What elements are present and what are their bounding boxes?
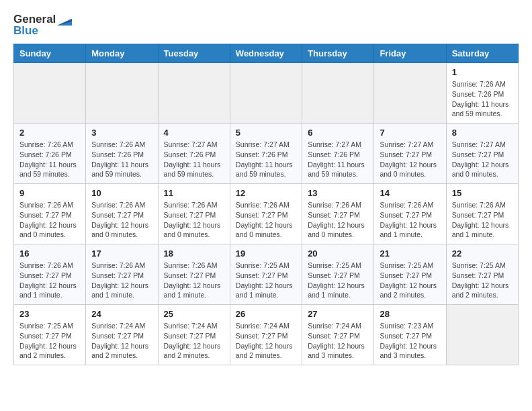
- day-info: Sunrise: 7:26 AM Sunset: 7:27 PM Dayligh…: [164, 261, 224, 300]
- day-number: 11: [164, 188, 224, 198]
- weekday-header-wednesday: Wednesday: [230, 44, 302, 63]
- calendar-cell: 10Sunrise: 7:26 AM Sunset: 7:27 PM Dayli…: [86, 184, 158, 244]
- calendar-cell: 27Sunrise: 7:24 AM Sunset: 7:27 PM Dayli…: [302, 305, 374, 365]
- day-info: Sunrise: 7:26 AM Sunset: 7:27 PM Dayligh…: [308, 200, 368, 240]
- calendar-cell: 5Sunrise: 7:27 AM Sunset: 7:26 PM Daylig…: [230, 124, 302, 184]
- calendar-cell: 16Sunrise: 7:26 AM Sunset: 7:27 PM Dayli…: [14, 244, 86, 305]
- day-number: 22: [452, 248, 513, 259]
- day-info: Sunrise: 7:26 AM Sunset: 7:27 PM Dayligh…: [91, 200, 152, 240]
- calendar-cell: 23Sunrise: 7:25 AM Sunset: 7:27 PM Dayli…: [14, 305, 86, 365]
- week-row-4: 16Sunrise: 7:26 AM Sunset: 7:27 PM Dayli…: [14, 244, 519, 305]
- day-info: Sunrise: 7:27 AM Sunset: 7:26 PM Dayligh…: [164, 140, 224, 179]
- calendar-cell: [14, 63, 86, 124]
- calendar-cell: 18Sunrise: 7:26 AM Sunset: 7:27 PM Dayli…: [158, 244, 230, 305]
- calendar-cell: 13Sunrise: 7:26 AM Sunset: 7:27 PM Dayli…: [302, 184, 374, 244]
- day-info: Sunrise: 7:25 AM Sunset: 7:27 PM Dayligh…: [380, 261, 440, 300]
- day-info: Sunrise: 7:26 AM Sunset: 7:27 PM Dayligh…: [236, 200, 296, 240]
- day-number: 14: [380, 188, 440, 198]
- calendar-cell: [302, 63, 374, 124]
- day-info: Sunrise: 7:24 AM Sunset: 7:27 PM Dayligh…: [236, 321, 296, 361]
- calendar-cell: 15Sunrise: 7:26 AM Sunset: 7:27 PM Dayli…: [446, 184, 518, 244]
- day-info: Sunrise: 7:27 AM Sunset: 7:26 PM Dayligh…: [308, 140, 368, 179]
- header: General Blue: [13, 13, 519, 37]
- day-info: Sunrise: 7:25 AM Sunset: 7:27 PM Dayligh…: [19, 321, 80, 361]
- day-number: 6: [308, 128, 368, 138]
- day-info: Sunrise: 7:26 AM Sunset: 7:27 PM Dayligh…: [380, 200, 440, 240]
- calendar-cell: 26Sunrise: 7:24 AM Sunset: 7:27 PM Dayli…: [230, 305, 302, 365]
- day-number: 12: [236, 188, 296, 198]
- day-info: Sunrise: 7:26 AM Sunset: 7:26 PM Dayligh…: [19, 140, 80, 179]
- day-number: 9: [19, 188, 80, 198]
- day-info: Sunrise: 7:27 AM Sunset: 7:27 PM Dayligh…: [380, 140, 440, 179]
- day-number: 1: [452, 67, 513, 77]
- calendar-cell: 17Sunrise: 7:26 AM Sunset: 7:27 PM Dayli…: [86, 244, 158, 305]
- day-info: Sunrise: 7:25 AM Sunset: 7:27 PM Dayligh…: [308, 261, 368, 300]
- day-info: Sunrise: 7:25 AM Sunset: 7:27 PM Dayligh…: [236, 261, 296, 300]
- calendar-cell: 11Sunrise: 7:26 AM Sunset: 7:27 PM Dayli…: [158, 184, 230, 244]
- week-row-1: 1Sunrise: 7:26 AM Sunset: 7:26 PM Daylig…: [14, 63, 519, 124]
- calendar-cell: 4Sunrise: 7:27 AM Sunset: 7:26 PM Daylig…: [158, 124, 230, 184]
- calendar-cell: [230, 63, 302, 124]
- day-info: Sunrise: 7:27 AM Sunset: 7:27 PM Dayligh…: [452, 140, 513, 179]
- calendar-cell: 25Sunrise: 7:24 AM Sunset: 7:27 PM Dayli…: [158, 305, 230, 365]
- day-number: 26: [236, 309, 296, 319]
- calendar-cell: [446, 305, 518, 365]
- day-info: Sunrise: 7:24 AM Sunset: 7:27 PM Dayligh…: [308, 321, 368, 361]
- calendar-cell: 14Sunrise: 7:26 AM Sunset: 7:27 PM Dayli…: [374, 184, 446, 244]
- weekday-header-tuesday: Tuesday: [158, 44, 230, 63]
- day-number: 5: [236, 128, 296, 138]
- day-number: 8: [452, 128, 513, 138]
- calendar-cell: 19Sunrise: 7:25 AM Sunset: 7:27 PM Dayli…: [230, 244, 302, 305]
- logo: General Blue: [13, 13, 72, 37]
- day-info: Sunrise: 7:26 AM Sunset: 7:27 PM Dayligh…: [164, 200, 224, 240]
- day-number: 10: [91, 188, 152, 198]
- day-number: 13: [308, 188, 368, 198]
- calendar-cell: 9Sunrise: 7:26 AM Sunset: 7:27 PM Daylig…: [14, 184, 86, 244]
- calendar-cell: [158, 63, 230, 124]
- day-number: 15: [452, 188, 513, 198]
- day-number: 17: [91, 248, 152, 259]
- day-info: Sunrise: 7:23 AM Sunset: 7:27 PM Dayligh…: [380, 321, 440, 361]
- day-number: 24: [91, 309, 152, 319]
- logo-text: General Blue: [13, 13, 72, 37]
- day-number: 7: [380, 128, 440, 138]
- calendar-cell: 24Sunrise: 7:24 AM Sunset: 7:27 PM Dayli…: [86, 305, 158, 365]
- calendar-cell: [374, 63, 446, 124]
- day-info: Sunrise: 7:25 AM Sunset: 7:27 PM Dayligh…: [452, 261, 513, 300]
- day-number: 4: [164, 128, 224, 138]
- day-info: Sunrise: 7:24 AM Sunset: 7:27 PM Dayligh…: [164, 321, 224, 361]
- calendar-cell: 22Sunrise: 7:25 AM Sunset: 7:27 PM Dayli…: [446, 244, 518, 305]
- weekday-header-friday: Friday: [374, 44, 446, 63]
- day-number: 23: [19, 309, 80, 319]
- calendar-cell: 3Sunrise: 7:26 AM Sunset: 7:26 PM Daylig…: [86, 124, 158, 184]
- day-number: 20: [308, 248, 368, 259]
- day-number: 25: [164, 309, 224, 319]
- day-info: Sunrise: 7:26 AM Sunset: 7:27 PM Dayligh…: [19, 200, 80, 240]
- calendar-cell: 12Sunrise: 7:26 AM Sunset: 7:27 PM Dayli…: [230, 184, 302, 244]
- day-number: 19: [236, 248, 296, 259]
- logo-bird-icon: [57, 13, 72, 26]
- day-info: Sunrise: 7:26 AM Sunset: 7:26 PM Dayligh…: [452, 79, 513, 119]
- calendar-cell: 6Sunrise: 7:27 AM Sunset: 7:26 PM Daylig…: [302, 124, 374, 184]
- day-info: Sunrise: 7:26 AM Sunset: 7:26 PM Dayligh…: [91, 140, 152, 179]
- calendar-cell: 20Sunrise: 7:25 AM Sunset: 7:27 PM Dayli…: [302, 244, 374, 305]
- day-info: Sunrise: 7:27 AM Sunset: 7:26 PM Dayligh…: [236, 140, 296, 179]
- day-info: Sunrise: 7:26 AM Sunset: 7:27 PM Dayligh…: [19, 261, 80, 300]
- weekday-header-sunday: Sunday: [14, 44, 86, 63]
- calendar-cell: [86, 63, 158, 124]
- week-row-2: 2Sunrise: 7:26 AM Sunset: 7:26 PM Daylig…: [14, 124, 519, 184]
- calendar-cell: 2Sunrise: 7:26 AM Sunset: 7:26 PM Daylig…: [14, 124, 86, 184]
- week-row-3: 9Sunrise: 7:26 AM Sunset: 7:27 PM Daylig…: [14, 184, 519, 244]
- day-info: Sunrise: 7:24 AM Sunset: 7:27 PM Dayligh…: [91, 321, 152, 361]
- day-number: 2: [19, 128, 80, 138]
- day-number: 3: [91, 128, 152, 138]
- day-number: 21: [380, 248, 440, 259]
- calendar-cell: 8Sunrise: 7:27 AM Sunset: 7:27 PM Daylig…: [446, 124, 518, 184]
- day-number: 27: [308, 309, 368, 319]
- day-number: 28: [380, 309, 440, 319]
- weekday-header-row: SundayMondayTuesdayWednesdayThursdayFrid…: [14, 44, 519, 63]
- calendar: SundayMondayTuesdayWednesdayThursdayFrid…: [13, 44, 519, 365]
- calendar-cell: 21Sunrise: 7:25 AM Sunset: 7:27 PM Dayli…: [374, 244, 446, 305]
- calendar-cell: 7Sunrise: 7:27 AM Sunset: 7:27 PM Daylig…: [374, 124, 446, 184]
- day-info: Sunrise: 7:26 AM Sunset: 7:27 PM Dayligh…: [91, 261, 152, 300]
